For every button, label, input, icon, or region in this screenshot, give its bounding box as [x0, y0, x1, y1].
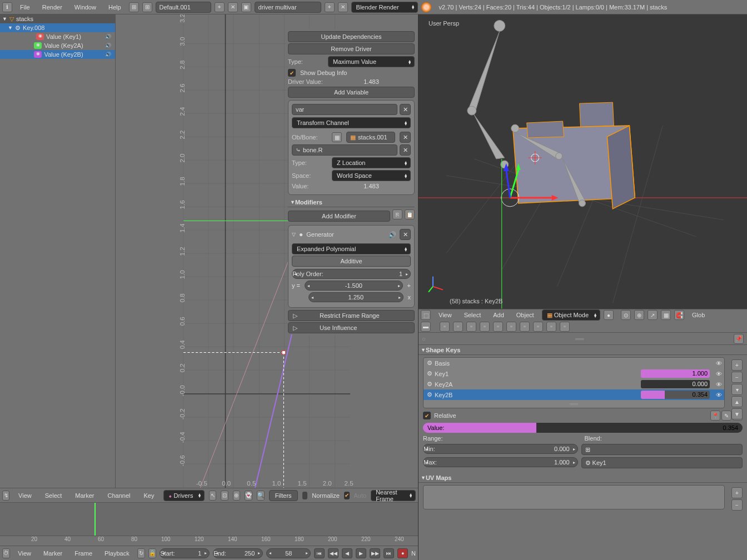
- channel-anim[interactable]: ▼⚙Key.008: [0, 23, 115, 32]
- layer-7-icon[interactable]: ▫: [520, 322, 530, 332]
- scene-field[interactable]: Default.001: [156, 2, 211, 13]
- 3d-viewport[interactable]: User Persp (58) stacks : Key2B: [419, 14, 747, 309]
- graph-marker[interactable]: Marker: [71, 492, 98, 499]
- modifiers-header[interactable]: Modifiers: [288, 197, 415, 207]
- editor-type-icon[interactable]: ℹ: [2, 2, 12, 12]
- var-name-field[interactable]: var: [292, 104, 397, 115]
- sk-up-button[interactable]: ▲: [731, 396, 743, 407]
- filters-button[interactable]: Filters: [269, 490, 298, 501]
- axis-icon[interactable]: ↗: [648, 310, 658, 320]
- snap-dropdown[interactable]: Nearest Frame: [371, 490, 416, 501]
- layer-10-icon[interactable]: ▫: [560, 322, 570, 332]
- channel-key2b[interactable]: ◉Value (Key2B)🔊: [0, 50, 115, 59]
- active-icon[interactable]: ●: [299, 231, 303, 238]
- layer-3-icon[interactable]: ▫: [466, 322, 476, 332]
- pivot-icon[interactable]: ⊙: [621, 310, 631, 320]
- vp-add[interactable]: Add: [489, 312, 509, 318]
- debug-checkbox[interactable]: ✔: [288, 69, 296, 77]
- timeline-strip[interactable]: [0, 502, 418, 536]
- blend-key-field[interactable]: ⚙ Key1: [581, 457, 743, 468]
- driver-type-dropdown[interactable]: Maximum Value: [328, 56, 415, 67]
- vp-object[interactable]: Object: [512, 312, 539, 318]
- del-scene-icon[interactable]: ✕: [228, 2, 238, 12]
- vp-global[interactable]: Glob: [688, 312, 709, 318]
- sk-key2a[interactable]: ⚙Key2A0.000👁: [424, 379, 724, 389]
- jump-end-button[interactable]: ⏭: [384, 548, 394, 558]
- screen-field[interactable]: driver multivar: [255, 2, 321, 13]
- timeline-ruler[interactable]: 20406080100120140160180200220240: [0, 536, 418, 546]
- playhead[interactable]: [94, 503, 96, 536]
- sk-key2b[interactable]: ⚙Key2B0.354👁: [424, 389, 724, 400]
- layer-1-icon[interactable]: ▫: [440, 322, 450, 332]
- ob-field[interactable]: ▦stacks.001: [346, 132, 395, 143]
- space-dropdown[interactable]: World Space: [332, 170, 411, 181]
- lock-icon[interactable]: 🔒: [148, 548, 156, 558]
- jump-start-button[interactable]: ⏮: [314, 548, 325, 558]
- restrict-range-toggle[interactable]: ▷Restrict Frame Range: [288, 310, 415, 321]
- ghost-icon[interactable]: 👻: [245, 491, 252, 501]
- mode-dropdown[interactable]: ▦ Object Mode: [542, 309, 600, 321]
- vp-select[interactable]: Select: [460, 312, 486, 318]
- play-button[interactable]: ▶: [356, 548, 366, 558]
- mute-icon[interactable]: 🔊: [389, 231, 396, 238]
- add-scene-icon[interactable]: +: [215, 2, 225, 12]
- del-sk-button[interactable]: −: [731, 372, 743, 383]
- next-key-button[interactable]: ▶▶: [370, 548, 380, 558]
- graph-canvas[interactable]: 3.23.02.82.62.42.22.01.81.61.41.21.00.80…: [116, 14, 418, 488]
- add-uv-button[interactable]: +: [731, 487, 743, 498]
- engine-dropdown[interactable]: Blender Render: [351, 2, 418, 13]
- add-sk-button[interactable]: +: [731, 359, 743, 371]
- layer-9-icon[interactable]: ▫: [546, 322, 556, 332]
- del-var-button[interactable]: ✕: [400, 104, 411, 115]
- add-modifier-button[interactable]: Add Modifier: [288, 211, 390, 222]
- sync-icon[interactable]: ↻: [137, 548, 145, 558]
- handle-icon[interactable]: ⊕: [233, 491, 240, 501]
- layer-6-icon[interactable]: ▫: [506, 322, 516, 332]
- tl-marker[interactable]: Marker: [39, 550, 67, 557]
- channel-key1[interactable]: ◉Value (Key1)🔊: [0, 32, 115, 41]
- normalize-checkbox[interactable]: [302, 492, 308, 499]
- max-field[interactable]: Max:1.000: [423, 457, 578, 467]
- search-icon[interactable]: 🔍: [257, 491, 265, 501]
- coeff1-field[interactable]: 1.250: [308, 292, 404, 302]
- sk-down-button[interactable]: ▼: [731, 408, 743, 419]
- poly-mode-dropdown[interactable]: Expanded Polynomial: [292, 243, 411, 254]
- pin-icon[interactable]: 📌: [734, 334, 744, 344]
- layers-icon[interactable]: ▦: [661, 310, 671, 320]
- shape-keys-header[interactable]: Shape Keys: [419, 345, 747, 355]
- shading-icon[interactable]: ●: [604, 310, 614, 320]
- channel-key2a[interactable]: ◉Value (Key2A)🔊: [0, 41, 115, 50]
- layer-2-icon[interactable]: ▫: [453, 322, 463, 332]
- graph-key[interactable]: Key: [140, 492, 159, 499]
- add-screen-icon[interactable]: +: [325, 2, 335, 12]
- tl-view[interactable]: View: [13, 550, 36, 557]
- add-variable-button[interactable]: Add Variable: [288, 87, 415, 98]
- editor-type-timeline-icon[interactable]: ⏱: [2, 548, 10, 558]
- sk-value-slider[interactable]: Value:0.354: [423, 423, 743, 433]
- record-button[interactable]: ●: [397, 548, 408, 558]
- manip-icon[interactable]: ⊕: [634, 310, 644, 320]
- cursor-icon[interactable]: ↖: [209, 491, 216, 501]
- sk-edit-icon[interactable]: ✎: [721, 411, 731, 421]
- menu-render[interactable]: Render: [38, 4, 67, 11]
- screen-icon[interactable]: ▣: [241, 2, 251, 12]
- sk-key1[interactable]: ⚙Key11.000👁: [424, 368, 724, 379]
- min-field[interactable]: Min:0.000: [423, 444, 578, 454]
- sk-basis[interactable]: ⚙Basis👁: [424, 358, 724, 368]
- del-uv-button[interactable]: −: [731, 499, 743, 511]
- del-mod-button[interactable]: ✕: [400, 229, 411, 240]
- tl-frame[interactable]: Frame: [70, 550, 97, 557]
- sk-pin-icon[interactable]: 📍: [710, 411, 720, 421]
- vp-view[interactable]: View: [434, 312, 456, 318]
- layout-icon[interactable]: ⊞: [129, 2, 139, 12]
- prev-key-button[interactable]: ◀◀: [328, 548, 338, 558]
- layer-5-icon[interactable]: ▫: [493, 322, 503, 332]
- update-deps-button[interactable]: Update Dependencies: [288, 31, 415, 42]
- vis-icon[interactable]: ▬: [421, 322, 431, 332]
- expand-icon[interactable]: ▽: [292, 232, 296, 237]
- layout-icon-2[interactable]: ⊞: [142, 2, 152, 12]
- layer-8-icon[interactable]: ▫: [533, 322, 543, 332]
- menu-help[interactable]: Help: [104, 4, 126, 11]
- ob-clear-button[interactable]: ✕: [400, 132, 411, 143]
- coeff0-field[interactable]: -1.500: [305, 281, 403, 291]
